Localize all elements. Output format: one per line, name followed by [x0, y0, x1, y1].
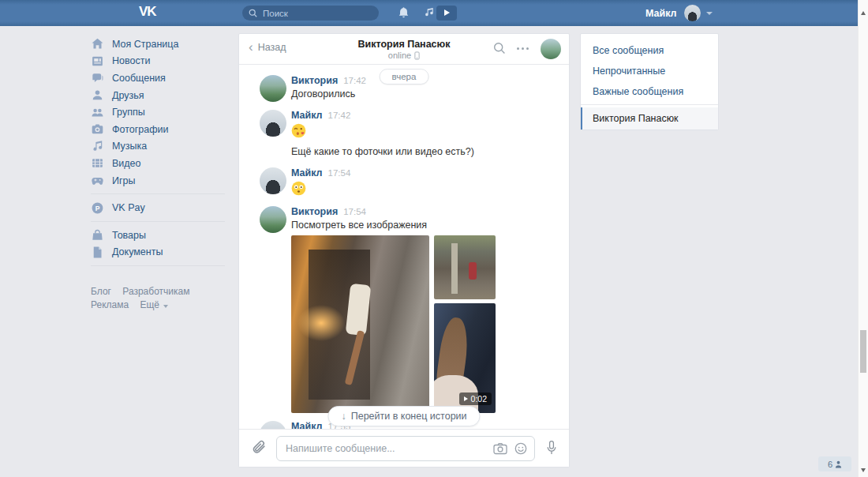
message-time: 17:42: [343, 76, 366, 85]
video-player-button[interactable]: [436, 6, 457, 21]
footer-link-more[interactable]: Ещё: [140, 299, 168, 310]
messages-icon: [91, 71, 104, 85]
notifications-bell-icon[interactable]: [397, 6, 410, 23]
footer-link-ads[interactable]: Реклама: [91, 299, 129, 310]
more-options-icon[interactable]: [517, 47, 529, 50]
music-note-icon: [91, 140, 104, 153]
global-search[interactable]: [242, 6, 379, 21]
bag-icon: [91, 228, 104, 242]
sidebar-item-label: Сообщения: [112, 73, 166, 84]
vk-logo[interactable]: VK: [139, 4, 156, 20]
messages-filter-panel: Все сообщения Непрочитанные Важные сообщ…: [580, 33, 719, 130]
down-arrow-icon: ↓: [341, 411, 346, 422]
chat-status: online: [239, 51, 569, 60]
date-divider[interactable]: вчера: [380, 69, 429, 85]
scrollbar-up-arrow[interactable]: [861, 11, 866, 15]
attachment-grid: 0:02: [291, 235, 496, 413]
attach-paperclip-icon[interactable]: [250, 440, 267, 456]
camera-icon[interactable]: [493, 442, 507, 455]
play-icon: [444, 9, 450, 16]
message: Майкл 17:42: [239, 106, 569, 145]
user-menu[interactable]: Майкл: [645, 0, 713, 26]
attached-photo-large[interactable]: [291, 235, 429, 413]
sidebar-item-news[interactable]: Новости: [91, 53, 225, 70]
scrollbar-thumb[interactable]: [860, 330, 866, 373]
search-input[interactable]: [261, 8, 372, 19]
sidebar-item-documents[interactable]: Документы: [91, 244, 225, 261]
message-author[interactable]: Виктория: [291, 75, 338, 86]
sidebar-item-music[interactable]: Музыка: [91, 138, 225, 156]
sidebar-divider: [91, 265, 225, 266]
document-icon: [91, 246, 104, 259]
message-text: Посмотреть все изображения: [291, 220, 496, 231]
search-icon: [249, 9, 257, 17]
footer-link-blog[interactable]: Блог: [91, 286, 111, 297]
scrollbar-down-arrow[interactable]: [861, 468, 866, 472]
chat-search-icon[interactable]: [493, 42, 506, 58]
sidebar-item-my-page[interactable]: Моя Страница: [91, 36, 225, 53]
message-composer: [239, 429, 569, 467]
avatar[interactable]: [260, 75, 286, 102]
message-time: 17:54: [328, 168, 351, 178]
sidebar-item-label: Игры: [112, 175, 135, 186]
message-input-field[interactable]: [276, 436, 535, 461]
message-author[interactable]: Майкл: [291, 110, 323, 121]
avatar[interactable]: [260, 167, 286, 194]
sidebar-item-label: Видео: [112, 158, 141, 169]
active-conversation[interactable]: Виктория Панасюк: [581, 107, 718, 130]
message-text: Договорились: [291, 88, 366, 100]
message-author[interactable]: Виктория: [291, 206, 338, 217]
photo-detail: [469, 262, 477, 280]
filter-unread[interactable]: Непрочитанные: [581, 61, 718, 81]
video-duration-badge: 0:02: [459, 392, 492, 405]
online-friends-widget[interactable]: 6: [818, 456, 851, 471]
person-icon: [835, 460, 842, 468]
mobile-phone-icon: [414, 51, 420, 60]
chat-header: ‹Назад Виктория Панасюк online: [239, 34, 569, 65]
music-icon[interactable]: [423, 6, 435, 21]
sidebar-item-friends[interactable]: Друзья: [91, 87, 225, 104]
avatar[interactable]: [260, 110, 286, 137]
sidebar-item-games[interactable]: Игры: [91, 172, 225, 190]
panel-divider: [581, 104, 718, 105]
sidebar-item-vk-pay[interactable]: P VK Pay: [91, 199, 225, 216]
chat-peer-avatar[interactable]: [541, 39, 561, 59]
microphone-icon[interactable]: [545, 440, 558, 456]
attached-photo-small[interactable]: [434, 235, 496, 299]
vk-app: VK Майкл Моя Страница Новости Соо: [0, 0, 868, 477]
emoji-smiley-icon[interactable]: [514, 442, 527, 455]
home-icon: [91, 37, 104, 51]
message-input[interactable]: [284, 442, 486, 455]
online-count: 6: [828, 460, 832, 469]
kissing-wink-face-emoji: [291, 123, 350, 141]
film-icon: [91, 156, 104, 170]
avatar[interactable]: [260, 206, 286, 233]
message-list: вчера Виктория 17:42 Договорились Майкл: [239, 65, 569, 430]
sidebar-item-label: Группы: [112, 107, 145, 118]
sidebar-item-messages[interactable]: Сообщения: [91, 69, 225, 87]
gamepad-icon: [91, 174, 104, 187]
filter-all-messages[interactable]: Все сообщения: [581, 40, 718, 61]
sidebar-item-label: Моя Страница: [112, 39, 178, 50]
sidebar-item-photos[interactable]: Фотографии: [91, 121, 225, 138]
photo-detail: [451, 243, 458, 294]
sidebar-item-label: Товары: [112, 230, 146, 241]
attached-video[interactable]: 0:02: [434, 303, 496, 413]
jump-to-end-button[interactable]: ↓Перейти в конец истории: [327, 406, 480, 426]
sidebar-divider: [91, 193, 225, 194]
sidebar-item-market[interactable]: Товары: [91, 227, 225, 244]
vk-pay-icon: P: [91, 201, 104, 215]
chevron-down-icon: [706, 12, 713, 15]
sidebar-item-groups[interactable]: Группы: [91, 103, 225, 121]
message-author[interactable]: Майкл: [291, 167, 323, 178]
sidebar-item-video[interactable]: Видео: [91, 155, 225, 172]
chat-panel: ‹Назад Виктория Панасюк online вчера Вик…: [238, 33, 570, 468]
footer-link-developers[interactable]: Разработчикам: [122, 286, 189, 297]
camera-icon: [91, 122, 104, 136]
message-time: 17:42: [328, 111, 351, 120]
sidebar-item-label: Документы: [112, 246, 163, 257]
message-time: 17:54: [343, 207, 366, 216]
message: Майкл 17:54: [239, 163, 569, 202]
play-icon: [464, 396, 468, 401]
filter-important[interactable]: Важные сообщения: [581, 81, 718, 102]
